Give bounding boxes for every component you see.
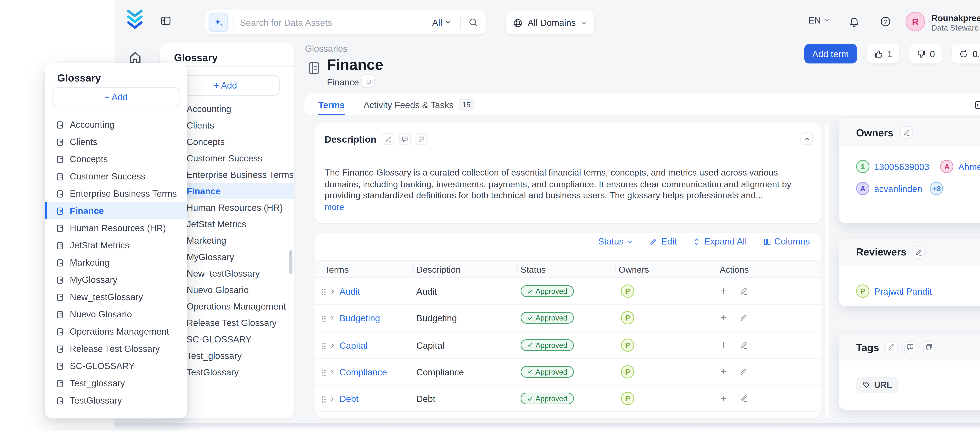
add-child-term-icon[interactable]: + (721, 311, 727, 324)
row-expand-chevron-icon[interactable] (329, 315, 336, 321)
column-header-owners[interactable]: Owners (619, 265, 649, 274)
search-icon[interactable] (468, 17, 478, 27)
row-expand-chevron-icon[interactable] (329, 369, 336, 375)
language-dropdown[interactable]: EN (808, 16, 830, 25)
owner-avatar[interactable]: P (621, 365, 634, 379)
glossary-list-item[interactable]: Nuevo Glosario (45, 305, 188, 323)
main-scrollbar-track[interactable] (825, 126, 829, 418)
downvote-button[interactable]: 0 (910, 44, 942, 64)
glossary-list-item[interactable]: Finance (45, 202, 188, 219)
user-avatar[interactable]: R (905, 12, 925, 31)
add-glossary-button[interactable]: + Add (52, 87, 180, 107)
row-expand-chevron-icon[interactable] (329, 396, 336, 402)
glossary-list-item[interactable]: Marketing (45, 254, 188, 271)
breadcrumb[interactable]: Glossaries (305, 44, 347, 53)
glossary-list-item[interactable]: Operations Management (45, 323, 188, 340)
glossary-list-item[interactable]: Release Test Glossary (45, 340, 188, 357)
column-header-description[interactable]: Description (416, 265, 461, 274)
reviewer-link[interactable]: Prajwal Pandit (874, 286, 932, 296)
owner-link[interactable]: acvanlinden (874, 184, 923, 193)
row-expand-chevron-icon[interactable] (329, 342, 336, 348)
edit-description-button[interactable] (383, 133, 395, 145)
add-child-term-icon[interactable]: + (721, 365, 727, 378)
app-logo[interactable] (126, 9, 144, 30)
drag-handle-icon[interactable] (321, 342, 326, 349)
glossary-list-item[interactable]: Concepts (45, 151, 188, 168)
tags-comments-icon[interactable] (923, 341, 936, 353)
column-header-status[interactable]: Status (520, 265, 546, 274)
add-term-button[interactable]: Add term (804, 44, 857, 64)
reviewer-avatar[interactable]: P (856, 285, 869, 298)
upvote-button[interactable]: 1 (867, 44, 899, 64)
ai-sparkle-icon[interactable] (208, 13, 228, 32)
glossary-list-item[interactable]: Clients (45, 133, 188, 151)
comments-icon[interactable] (415, 133, 427, 145)
edit-tags-button[interactable] (886, 341, 898, 353)
sidebar-scrollbar-thumb[interactable] (289, 250, 293, 274)
sidebar-toggle-icon[interactable] (160, 15, 172, 27)
owner-avatar[interactable]: P (621, 311, 634, 324)
edit-term-icon[interactable] (739, 287, 748, 296)
search-scope-dropdown[interactable]: All (432, 17, 452, 27)
edit-reviewers-button[interactable] (913, 246, 925, 258)
row-expand-chevron-icon[interactable] (329, 288, 336, 295)
tab-terms[interactable]: Terms (318, 94, 345, 115)
domains-dropdown[interactable]: All Domains (506, 11, 595, 35)
owner-link[interactable]: 13005639003 (874, 162, 929, 171)
columns-button[interactable]: Columns (762, 237, 810, 246)
request-description-icon[interactable] (399, 133, 411, 145)
edit-term-icon[interactable] (739, 394, 748, 403)
column-header-actions[interactable]: Actions (720, 265, 749, 274)
edit-term-icon[interactable] (739, 314, 748, 322)
drag-handle-icon[interactable] (321, 315, 326, 322)
add-child-term-icon[interactable]: + (721, 338, 727, 351)
tab-activity-feeds[interactable]: Activity Feeds & Tasks 15 (364, 94, 474, 115)
owner-avatar[interactable]: P (621, 285, 634, 298)
glossary-list-item[interactable]: JetStat Metrics (45, 237, 188, 254)
term-link[interactable]: Budgeting (339, 314, 380, 323)
owner-link[interactable]: Ahmed Mohamed (958, 162, 980, 171)
drag-handle-icon[interactable] (321, 288, 326, 296)
add-child-term-icon[interactable]: + (721, 285, 727, 297)
glossary-list-item[interactable]: Enterprise Business Terms (45, 185, 188, 202)
edit-term-icon[interactable] (739, 367, 748, 376)
edit-term-icon[interactable] (739, 340, 748, 349)
term-link[interactable]: Compliance (339, 367, 387, 377)
tag-chip[interactable]: URL (856, 377, 898, 393)
term-link[interactable]: Debt (339, 394, 358, 404)
term-link[interactable]: Capital (339, 340, 368, 350)
edit-owners-button[interactable] (900, 126, 912, 139)
owner-avatar[interactable]: P (621, 392, 634, 406)
right-panel-toggle-icon[interactable] (974, 100, 980, 110)
drag-handle-icon[interactable] (321, 396, 326, 403)
search-input[interactable]: Search for Data Assets (240, 17, 432, 27)
glossary-list-item[interactable]: Human Resources (HR) (45, 219, 188, 237)
column-header-terms[interactable]: Terms (325, 265, 349, 274)
owner-avatar[interactable]: 1 (856, 160, 869, 173)
collapse-description-button[interactable] (800, 132, 813, 145)
glossary-list-item[interactable]: Accounting (45, 116, 188, 133)
expand-all-button[interactable]: Expand All (692, 237, 747, 246)
owner-avatar[interactable]: P (621, 338, 634, 351)
add-child-term-icon[interactable]: + (721, 392, 727, 404)
copy-name-button[interactable] (361, 75, 375, 88)
status-filter-dropdown[interactable]: Status (598, 237, 634, 246)
request-tags-icon[interactable] (904, 341, 917, 353)
owner-avatar[interactable]: A (856, 182, 869, 195)
term-link[interactable]: Audit (339, 287, 360, 296)
global-search[interactable]: Search for Data Assets All (205, 10, 486, 35)
glossary-list-item[interactable]: New_testGlossary (45, 288, 188, 305)
glossary-list-item[interactable]: Customer Success (45, 168, 188, 185)
glossary-list-item[interactable]: SC-GLOSSARY (45, 357, 188, 375)
help-icon[interactable] (880, 16, 891, 27)
glossary-list-item[interactable]: MyGlossary (45, 271, 188, 288)
glossary-list-item[interactable]: TestGlossary (45, 392, 188, 409)
notifications-bell-icon[interactable] (848, 16, 860, 27)
drag-handle-icon[interactable] (321, 369, 326, 376)
edit-table-button[interactable]: Edit (649, 237, 677, 246)
version-button[interactable]: 0.6 (952, 44, 980, 64)
owner-avatar[interactable]: A (940, 160, 953, 173)
more-owners-chip[interactable]: +8 (930, 182, 943, 195)
description-more-link[interactable]: more (325, 202, 344, 212)
glossary-list-item[interactable]: Test_glossary (45, 375, 188, 392)
